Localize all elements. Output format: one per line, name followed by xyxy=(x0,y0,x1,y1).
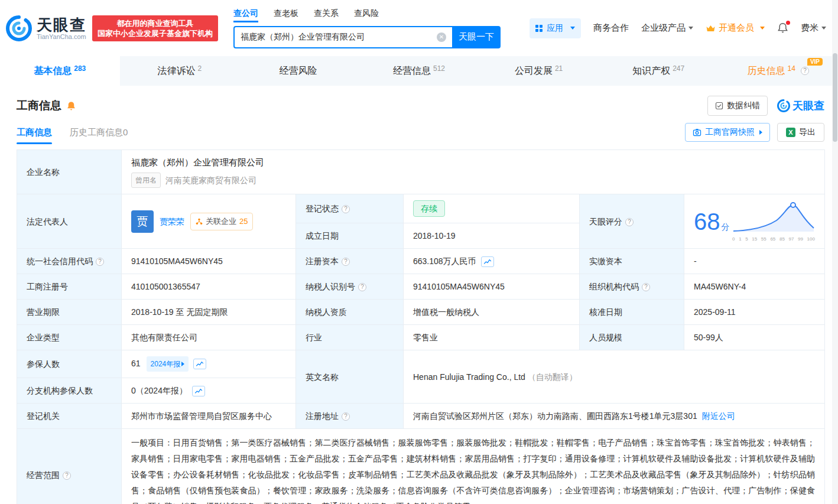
taxpayer-id-cell: 91410105MA45W6NY45 xyxy=(404,274,580,300)
former-name-row: 曾用名 河南芙鹿家商贸有限公司 xyxy=(131,173,815,188)
search-input[interactable] xyxy=(233,26,452,48)
tianyancha-watermark: 天眼查 xyxy=(777,99,824,113)
authority: 郑州市市场监督管理局自贸区服务中心 xyxy=(131,411,272,421)
trend-chart-icon[interactable] xyxy=(481,256,494,267)
nearby-companies-link[interactable]: 附近公司 xyxy=(702,411,735,421)
logo-text: 天眼查 TianYanCha.com xyxy=(37,17,86,40)
business-scope-text: 一般项目：日用百货销售；第一类医疗器械销售；第二类医疗器械销售；服装服饰零售；服… xyxy=(131,435,815,504)
info-icon[interactable]: ? xyxy=(96,258,104,266)
notifications-bell[interactable] xyxy=(777,22,788,34)
axis-tick: 99 xyxy=(798,236,803,242)
annual-report-tag[interactable]: 2024年报 xyxy=(147,356,189,372)
reg-no-cell: 410105001365547 xyxy=(122,274,296,300)
term-cell: 2018-10-19 至 无固定期限 xyxy=(122,300,296,325)
enterprise-product-label: 企业级产品 xyxy=(641,22,686,34)
tab-count: 2 xyxy=(198,64,202,73)
tianyancha-logo[interactable]: 天眼查 TianYanCha.com xyxy=(6,15,86,41)
biz-cooperation-link[interactable]: 商务合作 xyxy=(593,22,629,34)
info-icon[interactable]: ? xyxy=(342,258,350,266)
apps-menu-button[interactable]: 应用 xyxy=(530,18,581,38)
tab-basic-info[interactable]: 基本信息 283 xyxy=(0,56,120,86)
info-icon[interactable]: ? xyxy=(801,67,809,75)
axis-tick: 15 xyxy=(752,236,757,242)
axis-tick: 5 xyxy=(745,236,748,242)
legal-rep-avatar[interactable]: 贾 xyxy=(131,210,154,233)
subtab-history-registration[interactable]: 历史工商信息0 xyxy=(70,120,128,145)
axis-tick: 55 xyxy=(761,236,766,242)
export-button[interactable]: X 导出 xyxy=(777,123,824,142)
tab-count: 14 xyxy=(788,64,795,73)
search-block: 查公司 查老板 查关系 查风险 ✕ 天眼一下 xyxy=(233,8,501,48)
credit-code-label: 统一社会信用代码 xyxy=(27,256,93,266)
subscribe-bell-icon[interactable] xyxy=(66,101,76,111)
taxpayer-id-label-cell: 纳税人识别号? xyxy=(296,274,404,300)
chevron-down-icon xyxy=(760,27,765,30)
related-companies-label: 关联企业 xyxy=(206,215,236,228)
tab-count: 283 xyxy=(74,64,86,73)
row-business-term: 营业期限 2018-10-19 至 无固定期限 纳税人资质 增值税一般纳税人 核… xyxy=(17,300,825,325)
info-icon[interactable]: ? xyxy=(358,283,366,291)
taxpayer-quality-label: 纳税人资质 xyxy=(306,307,347,317)
business-info-table: 企业名称 福鹿家（郑州）企业管理有限公司 曾用名 河南芙鹿家商贸有限公司 法定代… xyxy=(17,149,825,504)
reg-no-label-cell: 工商注册号 xyxy=(17,274,122,300)
logo-swirl-icon xyxy=(6,15,32,41)
term: 2018-10-19 至 无固定期限 xyxy=(131,307,228,317)
clear-search-icon[interactable]: ✕ xyxy=(437,32,446,42)
search-tab-boss[interactable]: 查老板 xyxy=(274,8,298,22)
scrollbar[interactable] xyxy=(832,0,838,504)
org-network-icon xyxy=(196,218,203,225)
taxpayer-quality: 增值税一般纳税人 xyxy=(413,307,479,317)
est-date-cell: 2018-10-19 xyxy=(404,223,580,249)
info-icon[interactable]: ? xyxy=(642,283,650,291)
scope-cell: 一般项目：日用百货销售；第一类医疗器械销售；第二类医疗器械销售；服装服饰零售；服… xyxy=(122,429,825,504)
tab-label: 经营风险 xyxy=(279,65,317,77)
official-snapshot-button[interactable]: 工商官网快照 xyxy=(685,123,770,142)
search-tab-risk[interactable]: 查风险 xyxy=(354,8,379,22)
address-label: 注册地址 xyxy=(306,411,339,421)
promo-banner: 都在用的商业查询工具 国家中小企业发展子基金旗下机构 xyxy=(92,15,218,41)
info-icon[interactable]: ? xyxy=(63,472,71,480)
info-icon[interactable]: ? xyxy=(625,218,634,226)
open-vip-link[interactable]: 开通会员 xyxy=(706,22,765,34)
reg-status-cell: 存续 xyxy=(404,194,580,223)
tab-history-info[interactable]: 历史信息 14 ? VIP xyxy=(718,56,838,86)
info-icon[interactable]: ? xyxy=(342,412,350,421)
company-name-cell: 福鹿家（郑州）企业管理有限公司 曾用名 河南芙鹿家商贸有限公司 xyxy=(122,150,825,194)
enterprise-product-menu[interactable]: 企业级产品 xyxy=(641,22,693,34)
row-credit-code: 统一社会信用代码? 91410105MA45W6NY45 注册资本? 663.1… xyxy=(17,249,825,274)
scrollbar-thumb[interactable] xyxy=(833,53,837,142)
logo-title: 天眼查 xyxy=(37,17,86,33)
user-menu[interactable]: 费米 xyxy=(801,22,826,34)
staff-label: 人员规模 xyxy=(589,333,622,342)
banner-line2: 国家中小企业发展子基金旗下机构 xyxy=(98,28,213,38)
insured-label: 参保人数 xyxy=(27,359,60,369)
axis-tick: 97 xyxy=(789,236,794,242)
search-button[interactable]: 天眼一下 xyxy=(452,26,501,48)
tab-operation-risk[interactable]: 经营风险 xyxy=(239,56,359,86)
axis-tick: 85 xyxy=(779,236,785,242)
tab-label: 历史信息 xyxy=(748,65,785,77)
info-icon[interactable]: ? xyxy=(342,205,350,213)
row-business-scope: 经营范围? 一般项目：日用百货销售；第一类医疗器械销售；第二类医疗器械销售；服装… xyxy=(17,429,825,504)
authority-label-cell: 登记机关 xyxy=(17,404,122,429)
tab-intellectual-property[interactable]: 知识产权 247 xyxy=(599,56,719,86)
trend-chart-icon[interactable] xyxy=(193,359,206,369)
scope-label-cell: 经营范围? xyxy=(17,429,122,504)
legal-rep-name-link[interactable]: 贾荣荣 xyxy=(160,215,184,228)
tab-legal-litigation[interactable]: 法律诉讼 2 xyxy=(120,56,240,86)
related-companies-tag[interactable]: 关联企业 25 xyxy=(190,213,253,230)
search-tab-relation[interactable]: 查关系 xyxy=(314,8,339,22)
tab-company-development[interactable]: 公司发展 21 xyxy=(479,56,599,86)
approval-date-label: 核准日期 xyxy=(589,307,622,317)
search-tab-company[interactable]: 查公司 xyxy=(233,8,258,22)
trend-chart-icon[interactable] xyxy=(192,386,205,396)
org-code-cell: MA45W6NY-4 xyxy=(684,274,825,300)
data-correction-button[interactable]: 数据纠错 xyxy=(707,96,768,116)
subtab-business-registration[interactable]: 工商信息 xyxy=(17,120,52,145)
score-curve xyxy=(732,201,815,233)
est-date: 2018-10-19 xyxy=(413,231,456,240)
tab-business-info[interactable]: 经营信息 512 xyxy=(359,56,479,86)
official-snapshot-label: 工商官网快照 xyxy=(705,127,755,138)
reg-capital-label-cell: 注册资本? xyxy=(296,249,404,274)
camera-icon xyxy=(693,128,701,137)
